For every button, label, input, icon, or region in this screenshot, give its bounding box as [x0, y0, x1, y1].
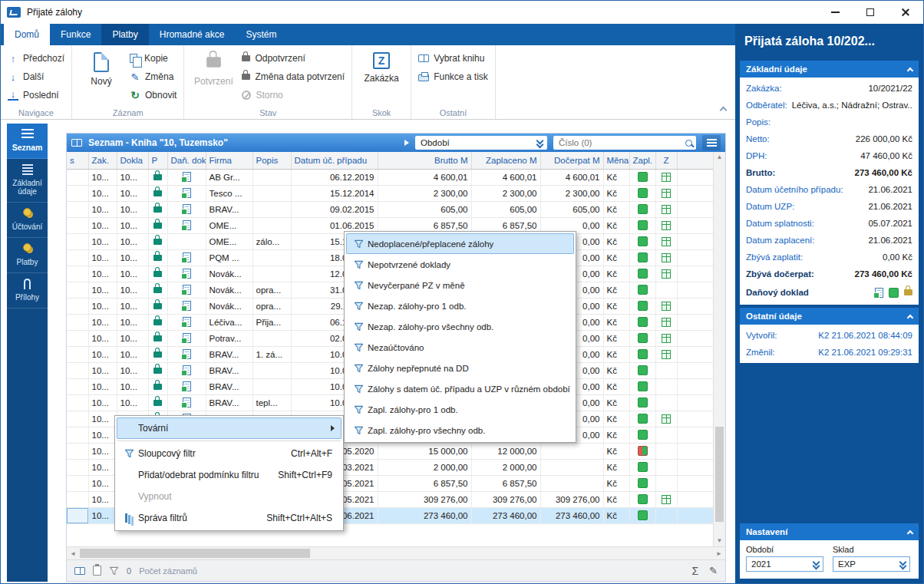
vertical-scroll-thumb[interactable] — [715, 427, 724, 522]
collapse-ribbon-icon[interactable] — [720, 107, 728, 114]
column-header-brutto[interactable]: Brutto M — [378, 152, 471, 169]
section-header-zakladni-udaje[interactable]: Základní údaje — [740, 61, 919, 78]
horizontal-scroll-thumb[interactable] — [80, 549, 310, 558]
column-header-datum[interactable]: Datum úč. případu — [291, 152, 378, 169]
scroll-left-icon[interactable]: ◄ — [67, 550, 79, 557]
storno-button[interactable]: Storno — [242, 88, 345, 102]
search-box[interactable] — [553, 136, 696, 150]
cell-confirmed — [148, 330, 167, 346]
cell-tax-doc — [167, 217, 206, 233]
ribbon-tab[interactable]: Funkce — [50, 24, 101, 45]
menu-item-tovarni[interactable]: Tovární — [117, 417, 342, 439]
cell-brutto: 309 276,00 — [378, 491, 471, 507]
menu-item-sprava-filtru[interactable]: Správa filtrů Shift+Ctrl+Alt+S — [117, 507, 342, 529]
clipboard-icon[interactable] — [93, 566, 101, 576]
table-row[interactable]: 10... 10... Tesco ... 15.12.2014 2 300,0… — [67, 185, 714, 201]
section-header-nastaveni[interactable]: Nastavení — [740, 523, 919, 540]
scroll-up-icon[interactable]: ▲ — [714, 152, 725, 163]
submenu-item[interactable]: Nezap. zálohy-pro 1 odb. — [346, 295, 574, 316]
previous-button[interactable]: ↑Předchozí — [8, 51, 64, 65]
ribbon-tab[interactable]: Domů — [4, 24, 50, 45]
column-header-zaplaceno[interactable]: Zaplaceno M — [471, 152, 540, 169]
select-book-button[interactable]: Vybrat knihu — [418, 51, 488, 65]
vertical-scrollbar[interactable]: ▲ ▼ — [713, 152, 725, 546]
menu-item-pridat-odebrat-podminku[interactable]: Přidat/odebrat podmínku filtru Shift+Ctr… — [117, 464, 342, 486]
sidebar-item-prilohy[interactable]: Přílohy — [7, 273, 48, 308]
submenu-item[interactable]: Nepotvrzené doklady — [346, 254, 574, 275]
lock-icon — [904, 289, 912, 295]
functions-print-button[interactable]: Funkce a tisk — [418, 70, 488, 84]
book-icon[interactable] — [74, 567, 85, 575]
column-header-popis[interactable]: Popis — [252, 152, 291, 169]
close-button[interactable] — [888, 1, 923, 24]
submenu-item[interactable]: Nevyčerpané PZ v měně — [346, 275, 574, 295]
expand-arrow-icon[interactable] — [404, 140, 409, 146]
period-filter[interactable]: Období — [415, 136, 547, 150]
copy-button[interactable]: Kopie — [130, 51, 177, 65]
column-header-z[interactable]: Z — [655, 152, 677, 169]
sidebar-item-zakladni-udaje[interactable]: Základní údaje — [7, 159, 48, 203]
sidebar-item-platby[interactable]: Platby — [7, 238, 48, 273]
minimize-button[interactable] — [817, 1, 853, 24]
cell-mena: Kč — [603, 249, 629, 266]
cell-zaplaceno: 12 000,00 — [471, 443, 540, 459]
sidebar-item-uctovani[interactable]: Účtování — [7, 203, 48, 238]
scroll-down-icon[interactable]: ▼ — [714, 536, 725, 546]
next-button[interactable]: ↓Další — [8, 70, 64, 84]
column-header-p[interactable]: P — [148, 152, 167, 169]
table-row[interactable]: 10... 10... AB Gr... 06.12.2019 4 600,01… — [67, 169, 714, 185]
unconfirm-button[interactable]: Odpotvrzení — [242, 51, 345, 65]
change-confirm-date-button[interactable]: Změna data potvrzení — [242, 70, 345, 84]
cell-z — [655, 443, 677, 459]
column-header-s[interactable]: s — [67, 152, 88, 169]
confirm-button[interactable]: Potvrzení — [191, 50, 236, 87]
zakazka-button[interactable]: ZZakázka — [359, 50, 404, 84]
filter-icon[interactable] — [109, 566, 119, 576]
new-button[interactable]: Nový — [79, 50, 124, 87]
submenu-item[interactable]: Zapl. zálohy-pro všechny odb. — [346, 420, 574, 440]
column-header-firma[interactable]: Firma — [206, 152, 252, 169]
cell-popis: 1. zá... — [252, 346, 291, 362]
horizontal-scrollbar[interactable]: ◄ ► — [67, 546, 725, 559]
chevron-up-icon — [907, 530, 913, 536]
ribbon-tab[interactable]: Platby — [101, 24, 148, 45]
table-row[interactable]: 10... 10... BRAV... 09.02.2015 605,00 60… — [67, 201, 714, 217]
scroll-right-icon[interactable]: ► — [713, 550, 725, 557]
chevron-up-icon — [907, 314, 913, 320]
cell-popis — [252, 185, 291, 201]
submenu-item[interactable]: Nedoplacené/přeplacené zálohy — [346, 233, 574, 254]
period-select[interactable]: 2021 — [746, 556, 823, 572]
stock-select[interactable]: EXP — [833, 556, 910, 572]
form-icon — [22, 164, 33, 166]
previous-label: Předchozí — [23, 53, 64, 64]
column-header-zapl[interactable]: Zapl. — [629, 152, 655, 169]
submenu-item[interactable]: Zapl. zálohy-pro 1 odb. — [346, 399, 574, 420]
menu-item-vypnout[interactable]: Vypnout — [117, 486, 342, 507]
grid-menu-button[interactable] — [702, 135, 721, 150]
copy-icon — [130, 54, 137, 63]
ribbon-tab[interactable]: Systém — [235, 24, 287, 45]
change-button[interactable]: ✎Změna — [130, 70, 177, 84]
submenu-item[interactable]: Zálohy s datem úč. případu a UZP v různé… — [346, 378, 574, 399]
column-header-doklad[interactable]: Dokla — [117, 152, 148, 169]
sidebar-item-seznam[interactable]: Seznam — [7, 124, 48, 159]
column-header-dan-dokl[interactable]: Daň. dokl. — [167, 152, 206, 169]
edit-icon[interactable]: ✎ — [709, 565, 718, 576]
submenu-item[interactable]: Nezap. zálohy-pro všechny odb. — [346, 316, 574, 337]
sum-icon[interactable]: Σ — [691, 565, 698, 577]
column-header-mena[interactable]: Měna — [603, 152, 629, 169]
refresh-button[interactable]: ↻Obnovit — [130, 88, 177, 102]
last-button[interactable]: ↓Poslední — [8, 88, 64, 102]
search-input[interactable] — [559, 138, 681, 147]
menu-item-sloupcovy-filtr[interactable]: Sloupcový filtr Ctrl+Alt+F — [117, 443, 342, 464]
lock-icon — [153, 400, 162, 406]
section-header-ostatni-udaje[interactable]: Ostatní údaje — [740, 308, 919, 325]
ribbon-group-navigace: ↑Předchozí ↓Další ↓Poslední Navigace — [1, 45, 72, 119]
column-header-docerpat[interactable]: Dočerpat M — [540, 152, 603, 169]
column-header-zakazka[interactable]: Zak. — [88, 152, 117, 169]
submenu-item[interactable]: Nezaúčtováno — [346, 337, 574, 358]
submenu-item[interactable]: Zálohy nepřepnuté na DD — [346, 358, 574, 378]
maximize-button[interactable] — [853, 1, 888, 24]
ribbon-tab[interactable]: Hromadné akce — [149, 24, 236, 45]
pencil-icon: ✎ — [130, 71, 140, 83]
